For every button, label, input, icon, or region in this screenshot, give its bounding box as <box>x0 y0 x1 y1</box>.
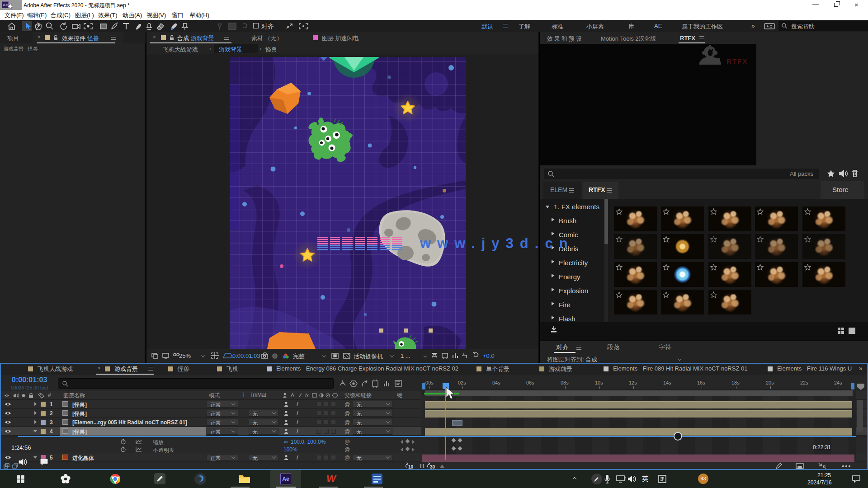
svg-text:10: 10 <box>408 465 414 469</box>
svg-text:30: 30 <box>430 465 435 469</box>
svg-text:fx: fx <box>305 393 309 398</box>
